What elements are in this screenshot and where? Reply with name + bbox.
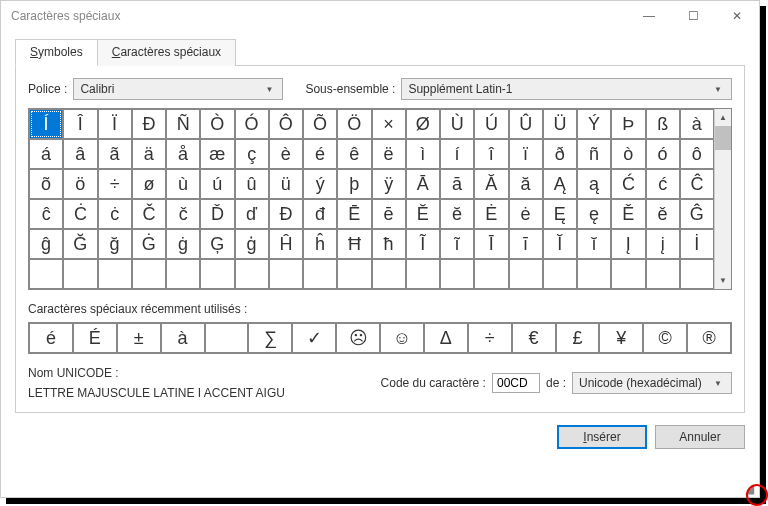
char-cell[interactable] [269,259,303,289]
recent-char-cell[interactable]: € [512,323,556,353]
char-cell[interactable]: Ĕ [406,199,440,229]
char-cell[interactable]: Ğ [63,229,97,259]
char-cell[interactable]: é [303,139,337,169]
char-cell[interactable]: Í [29,109,63,139]
minimize-button[interactable]: — [627,1,671,31]
char-cell[interactable]: Ġ [132,229,166,259]
char-cell[interactable]: ĝ [29,229,63,259]
char-cell[interactable]: ā [440,169,474,199]
char-cell[interactable]: ñ [577,139,611,169]
char-cell[interactable]: ã [98,139,132,169]
char-cell[interactable]: ø [132,169,166,199]
recent-char-cell[interactable] [205,323,249,353]
recent-char-cell[interactable]: ☹ [336,323,380,353]
char-cell[interactable]: Ī [474,229,508,259]
char-cell[interactable]: ê [337,139,371,169]
char-cell[interactable]: Ñ [166,109,200,139]
insert-button[interactable]: Insérer [557,425,647,449]
char-cell[interactable]: į [646,229,680,259]
char-cell[interactable]: ī [509,229,543,259]
char-cell[interactable]: ĉ [29,199,63,229]
recent-char-cell[interactable]: ± [117,323,161,353]
char-cell[interactable]: ę [577,199,611,229]
char-cell[interactable]: Ą [543,169,577,199]
char-cell[interactable] [440,259,474,289]
char-cell[interactable]: þ [337,169,371,199]
char-cell[interactable]: ħ [372,229,406,259]
char-cell[interactable]: ĩ [440,229,474,259]
char-cell[interactable] [29,259,63,289]
recent-char-cell[interactable]: ∑ [248,323,292,353]
char-cell[interactable]: ç [235,139,269,169]
char-cell[interactable]: Ē [337,199,371,229]
char-cell[interactable]: û [235,169,269,199]
char-cell[interactable]: Ĭ [543,229,577,259]
char-cell[interactable]: ÷ [98,169,132,199]
scrollbar-vertical[interactable]: ▲ ▼ [714,109,731,289]
char-cell[interactable]: Ģ [200,229,234,259]
char-cell[interactable] [132,259,166,289]
char-cell[interactable]: ģ [235,229,269,259]
char-cell[interactable]: Ö [337,109,371,139]
char-cell[interactable]: ë [372,139,406,169]
char-cell[interactable]: Û [509,109,543,139]
char-cell[interactable]: â [63,139,97,169]
char-cell[interactable] [474,259,508,289]
char-cell[interactable]: Ø [406,109,440,139]
char-code-input[interactable] [492,373,540,393]
char-cell[interactable]: è [269,139,303,169]
char-cell[interactable]: ġ [166,229,200,259]
char-cell[interactable]: î [474,139,508,169]
char-cell[interactable]: ì [406,139,440,169]
char-cell[interactable]: õ [29,169,63,199]
char-cell[interactable]: ē [372,199,406,229]
char-cell[interactable]: Þ [611,109,645,139]
char-cell[interactable]: ą [577,169,611,199]
char-cell[interactable]: Č [132,199,166,229]
char-cell[interactable]: Ď [200,199,234,229]
char-cell[interactable]: ċ [98,199,132,229]
char-cell[interactable]: Ú [474,109,508,139]
char-cell[interactable]: Ė [474,199,508,229]
char-cell[interactable]: Ò [200,109,234,139]
char-cell[interactable]: ĭ [577,229,611,259]
char-cell[interactable]: Į [611,229,645,259]
recent-char-cell[interactable]: ÷ [468,323,512,353]
char-cell[interactable]: ÿ [372,169,406,199]
recent-char-cell[interactable]: Δ [424,323,468,353]
char-cell[interactable]: Ă [474,169,508,199]
char-cell[interactable]: Ó [235,109,269,139]
char-cell[interactable] [577,259,611,289]
cancel-button[interactable]: Annuler [655,425,745,449]
char-cell[interactable]: ü [269,169,303,199]
char-cell[interactable] [166,259,200,289]
char-cell[interactable]: ä [132,139,166,169]
tab-special-chars[interactable]: Caractères spéciaux [97,39,236,66]
char-cell[interactable]: ö [63,169,97,199]
char-cell[interactable]: đ [303,199,337,229]
char-cell[interactable]: Ĥ [269,229,303,259]
recent-char-cell[interactable]: ® [687,323,731,353]
char-cell[interactable] [337,259,371,289]
char-cell[interactable]: Ô [269,109,303,139]
char-cell[interactable]: ě [646,199,680,229]
char-cell[interactable] [646,259,680,289]
maximize-button[interactable]: ☐ [671,1,715,31]
char-cell[interactable] [406,259,440,289]
recent-char-cell[interactable]: © [643,323,687,353]
char-cell[interactable] [235,259,269,289]
char-cell[interactable]: Ï [98,109,132,139]
char-cell[interactable]: Ę [543,199,577,229]
char-cell[interactable]: ĥ [303,229,337,259]
char-cell[interactable]: ă [509,169,543,199]
char-cell[interactable]: İ [680,229,714,259]
char-cell[interactable]: ð [543,139,577,169]
char-cell[interactable]: ĕ [440,199,474,229]
char-cell[interactable]: á [29,139,63,169]
char-cell[interactable]: Ĝ [680,199,714,229]
char-cell[interactable]: Ĉ [680,169,714,199]
char-cell[interactable] [98,259,132,289]
recent-char-cell[interactable]: ☺ [380,323,424,353]
char-cell[interactable] [303,259,337,289]
char-cell[interactable] [372,259,406,289]
